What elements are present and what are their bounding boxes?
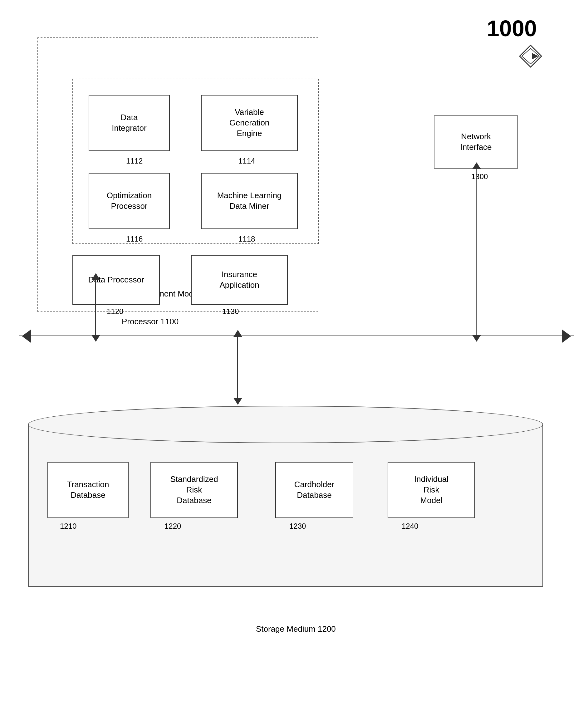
processor-caption: Processor 1100 <box>122 317 179 326</box>
insurance-app-box: InsuranceApplication <box>191 255 288 305</box>
data-integrator-label: DataIntegrator <box>112 112 146 134</box>
db-id-1210: 1210 <box>60 522 76 530</box>
proc-id-1130: 1130 <box>222 307 239 316</box>
variable-gen-engine-box: VariableGenerationEngine <box>201 95 298 151</box>
vert-arrow-proc-up-icon <box>91 273 100 280</box>
diagram-container: 1000 DataIntegrator VariableGenerationEn… <box>19 12 574 687</box>
standardized-risk-db-label: StandardizedRiskDatabase <box>170 474 218 506</box>
network-interface-label: NetworkInterface <box>460 132 492 153</box>
transaction-db-box: TransactionDatabase <box>47 462 128 518</box>
vert-arrow-net-down-icon <box>472 335 481 342</box>
arrow-right-icon <box>562 329 571 343</box>
ml-data-miner-box: Machine LearningData Miner <box>201 173 298 229</box>
db-id-1230: 1230 <box>289 522 306 530</box>
vert-arrow-processor <box>95 279 96 335</box>
db-id-1220: 1220 <box>165 522 181 530</box>
network-interface-box: NetworkInterface <box>434 115 518 169</box>
ml-data-miner-label: Machine LearningData Miner <box>217 190 282 212</box>
individual-risk-model-label: IndividualRiskModel <box>414 474 449 506</box>
data-integrator-box: DataIntegrator <box>89 95 170 151</box>
vert-arrow-network <box>476 169 477 335</box>
ram-id-1118: 1118 <box>239 235 255 243</box>
individual-risk-model-box: IndividualRiskModel <box>388 462 475 518</box>
vert-arrow-center-down-icon <box>234 398 242 405</box>
horizontal-line <box>19 335 574 336</box>
optimization-processor-box: OptimizationProcessor <box>89 173 170 229</box>
processor-box: DataIntegrator VariableGenerationEngine … <box>37 37 318 312</box>
figure-number: 1000 <box>487 16 537 41</box>
optimization-processor-label: OptimizationProcessor <box>107 190 152 212</box>
vert-arrow-center <box>237 336 238 399</box>
figure-arrow-icon <box>518 44 543 69</box>
proc-id-1120: 1120 <box>107 307 123 316</box>
variable-gen-engine-label: VariableGenerationEngine <box>229 107 270 139</box>
arrow-left-icon <box>22 329 31 343</box>
cylinder-body: TransactionDatabase StandardizedRiskData… <box>28 425 543 587</box>
insurance-app-label: InsuranceApplication <box>219 269 259 290</box>
vert-arrow-center-up-icon <box>234 330 242 337</box>
transaction-db-label: TransactionDatabase <box>67 479 109 501</box>
storage-caption: Storage Medium 1200 <box>256 624 336 634</box>
cylinder-top <box>28 406 543 443</box>
ram-box: DataIntegrator VariableGenerationEngine … <box>72 79 319 244</box>
standardized-risk-db-box: StandardizedRiskDatabase <box>151 462 238 518</box>
ram-id-1112: 1112 <box>126 157 142 166</box>
ram-id-1114: 1114 <box>239 157 255 166</box>
vert-arrow-net-up-icon <box>472 162 481 169</box>
storage-cylinder: TransactionDatabase StandardizedRiskData… <box>28 406 543 606</box>
data-processor-box: Data Processor <box>72 255 160 305</box>
db-id-1240: 1240 <box>402 522 418 530</box>
net-id-1300: 1300 <box>471 172 488 181</box>
cardholder-db-label: CardholderDatabase <box>294 479 335 501</box>
cardholder-db-box: CardholderDatabase <box>275 462 353 518</box>
vert-arrow-proc-down-icon <box>91 335 100 342</box>
ram-id-1116: 1116 <box>126 235 142 243</box>
